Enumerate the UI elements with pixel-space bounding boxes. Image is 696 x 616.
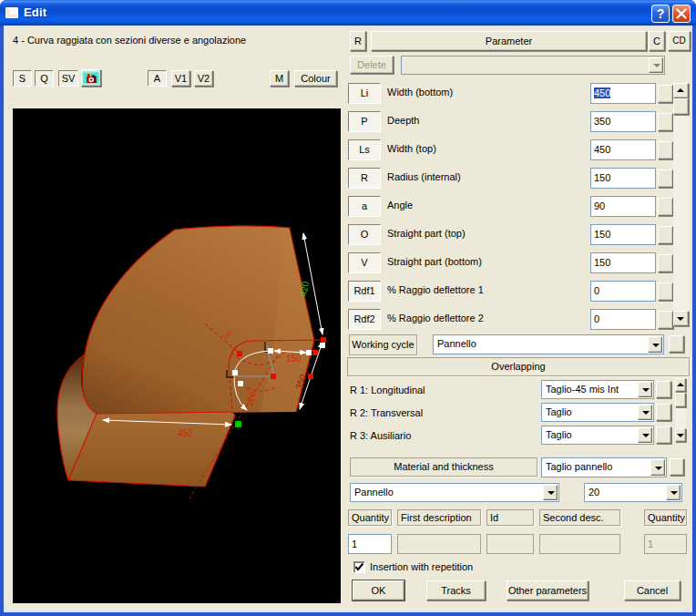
svg-text:450: 450 [178, 428, 193, 438]
svg-text:150: 150 [286, 354, 302, 364]
